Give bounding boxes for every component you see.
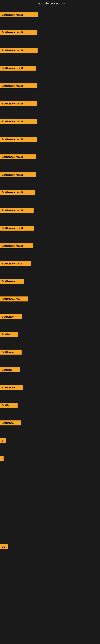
bottleneck-result-item[interactable]: Bottleneck result <box>0 83 37 88</box>
bottleneck-result-item[interactable]: Bottlenec <box>0 350 22 354</box>
bottleneck-result-item[interactable]: Bottleneck result <box>0 137 37 142</box>
bottleneck-result-item[interactable]: Bottle <box>0 403 18 408</box>
bottleneck-result-item[interactable]: Bottleneck result <box>0 243 33 248</box>
bottleneck-result-item[interactable]: Bottleneck result <box>0 172 36 177</box>
bottleneck-result-item[interactable]: Bottleneck result <box>0 101 37 106</box>
bottleneck-result-item[interactable]: Bottleneck r <box>0 385 23 390</box>
bottleneck-result-item[interactable]: Bottleneck result <box>0 190 35 195</box>
bottleneck-result-item[interactable]: Bottleneck resul <box>0 261 31 266</box>
bottleneck-result-item[interactable]: Bottlenec <box>0 314 22 319</box>
bottleneck-result-item[interactable]: Bottleneck result <box>0 30 37 35</box>
bottleneck-result-item[interactable]: Bo <box>0 544 8 549</box>
bottleneck-result-item[interactable]: Bottlene <box>0 367 20 372</box>
bottleneck-result-item[interactable]: Bottleneck result <box>0 208 34 213</box>
bottleneck-result-item[interactable]: Bottlenec <box>0 420 21 426</box>
bottleneck-result-item[interactable]: Bottleneck result <box>0 66 36 71</box>
site-title: TheBottlenecker.com <box>0 0 100 7</box>
bottleneck-result-item[interactable]: Bottleneck result <box>0 12 38 17</box>
bottleneck-result-item[interactable]: | <box>0 456 3 461</box>
bottleneck-result-item[interactable]: Bottleneck res <box>0 296 28 302</box>
bottleneck-result-item[interactable]: Bottler <box>0 332 18 337</box>
bottleneck-result-item[interactable]: Bottleneck result <box>0 226 34 231</box>
bottleneck-result-item[interactable]: Bottleneck <box>0 279 24 284</box>
bottleneck-result-item[interactable]: B <box>0 438 6 443</box>
bottleneck-result-item[interactable]: Bottleneck result <box>0 154 36 160</box>
bottleneck-result-item[interactable]: Bottleneck result <box>0 119 37 124</box>
bottleneck-result-item[interactable]: Bottleneck result <box>0 48 38 53</box>
